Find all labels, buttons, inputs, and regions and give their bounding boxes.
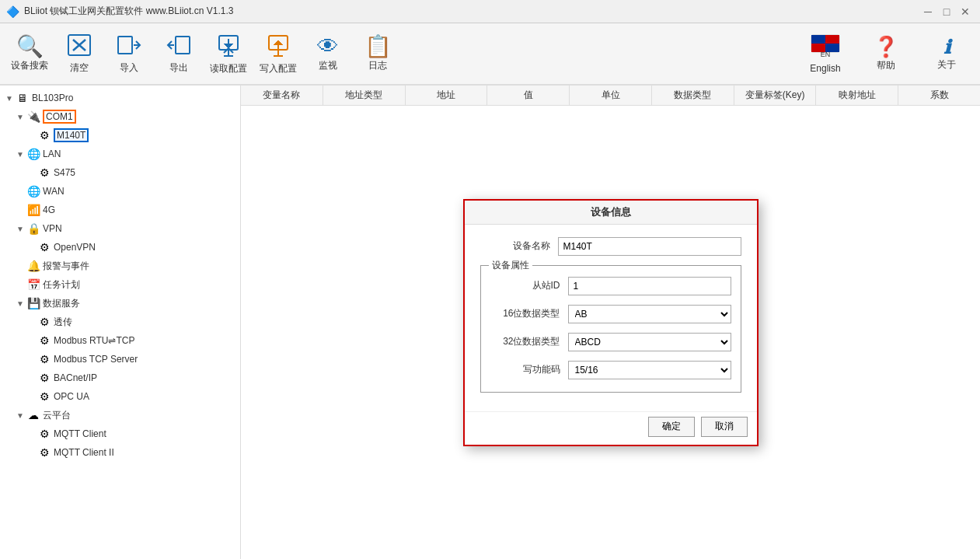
group-label: 设备属性 [489,259,532,272]
toolbar-monitor[interactable]: 👁 监视 [305,27,351,80]
search-icon: 🔍 [16,36,44,58]
sidebar-item-wan[interactable]: 🌐 WAN [3,182,237,201]
clear-icon [67,33,92,60]
sidebar-item-trans[interactable]: ⚙ 透传 [3,313,237,331]
toolbar-log[interactable]: 📋 日志 [354,27,401,80]
device-name-label: 设备名称 [480,239,550,253]
sidebar-item-openvpn[interactable]: ⚙ OpenVPN [3,238,237,257]
data16-select[interactable]: AB BA [568,305,731,323]
toolbar-export[interactable]: 导出 [155,27,202,80]
log-icon: 📋 [364,36,392,58]
data32-select[interactable]: ABCD DCBA BADC CDAB [568,333,731,351]
toolbar-read-config[interactable]: 读取配置 [205,27,252,80]
sidebar-item-vpn[interactable]: ▼ 🔒 VPN [3,219,237,238]
data32-label: 32位数据类型 [490,335,560,348]
icon-mqtt1: ⚙ [37,427,51,441]
sidebar-item-mqtt1[interactable]: ⚙ MQTT Client [3,424,237,443]
import-label: 导入 [120,61,138,75]
cancel-button[interactable]: 取消 [701,417,748,437]
sidebar-item-lan[interactable]: ▼ 🌐 LAN [3,145,237,163]
toggle-mqtt2 [25,449,37,457]
toggle-vpn: ▼ [14,225,26,233]
icon-bacnet: ⚙ [37,371,51,385]
icon-cloud: ☁ [26,408,40,422]
minimize-button[interactable]: ─ [919,3,936,20]
sidebar-item-s475[interactable]: ⚙ S475 [3,163,237,182]
sidebar-item-alarm[interactable]: 🔔 报警与事件 [3,257,237,275]
slave-id-label: 从站ID [490,279,560,292]
help-icon: ❓ [874,35,898,59]
toggle-mqtt1 [25,430,37,438]
clear-label: 清空 [70,61,89,75]
write-func-select[interactable]: 15/16 05/06 [568,361,731,379]
language-button[interactable]: EN English [798,27,853,80]
toolbar-clear[interactable]: 清空 [56,27,103,80]
sidebar-item-cloud[interactable]: ▼ ☁ 云平台 [3,406,237,424]
title-bar-left: 🔷 BLiiot 钡铽工业网关配置软件 www.BLiiot.cn V1.1.3 [6,5,233,18]
app-title: BLiiot 钡铽工业网关配置软件 www.BLiiot.cn V1.1.3 [24,5,233,18]
toggle-m140t [25,131,37,140]
slave-id-input[interactable] [568,277,731,295]
monitor-label: 监视 [319,59,337,72]
slave-id-row: 从站ID [490,277,731,295]
icon-openvpn: ⚙ [37,240,51,254]
device-name-input[interactable] [558,237,741,256]
toolbar-search[interactable]: 🔍 设备搜索 [6,27,53,80]
export-icon [166,33,191,60]
sidebar-item-mqtt2[interactable]: ⚙ MQTT Client II [3,443,237,462]
toggle-cloud: ▼ [14,411,26,420]
sidebar-item-m140t[interactable]: ⚙ M140T [3,126,237,145]
icon-alarm: 🔔 [26,259,40,273]
svg-rect-17 [825,35,839,44]
toolbar-right: EN English ❓ 帮助 ℹ 关于 [798,27,974,80]
help-button[interactable]: ❓ 帮助 [859,27,913,80]
toggle-openvpn [25,243,37,252]
import-icon [117,33,141,60]
sidebar-item-data-service[interactable]: ▼ 💾 数据服务 [3,294,237,313]
icon-opc: ⚙ [37,390,51,404]
sidebar-item-bl103pro[interactable]: ▼ 🖥 BL103Pro [3,89,237,107]
sidebar-item-modbus-rtu[interactable]: ⚙ Modbus RTU⇌TCP [3,331,237,350]
toggle-wan [14,187,26,196]
toolbar-import[interactable]: 导入 [106,27,152,80]
toggle-data: ▼ [14,299,26,308]
toggle-modbus-rtu [25,337,37,345]
sidebar-item-4g[interactable]: 📶 4G [3,201,237,219]
sidebar-item-opc[interactable]: ⚙ OPC UA [3,387,237,406]
tree-view: ▼ 🖥 BL103Pro ▼ 🔌 COM1 ⚙ M140T ▼ 🌐 LAN [0,86,240,465]
dialog-body: 设备名称 设备属性 从站ID 16位数据类型 [465,225,757,411]
write-func-row: 写功能码 15/16 05/06 [490,361,731,379]
confirm-button[interactable]: 确定 [648,417,695,437]
sidebar-item-com1[interactable]: ▼ 🔌 COM1 [3,107,237,126]
icon-vpn: 🔒 [26,222,40,236]
icon-wan: 🌐 [26,184,40,198]
sidebar: ▼ 🖥 BL103Pro ▼ 🔌 COM1 ⚙ M140T ▼ 🌐 LAN [0,86,241,559]
toggle-trans [25,318,37,327]
title-bar-controls: ─ □ ✕ [919,3,974,20]
toggle-s475 [25,169,37,177]
monitor-icon: 👁 [317,36,339,58]
about-button[interactable]: ℹ 关于 [919,27,974,80]
toggle-bl103pro: ▼ [3,94,16,103]
toggle-lan: ▼ [14,150,26,159]
sidebar-item-bacnet[interactable]: ⚙ BACnet/IP [3,369,237,387]
icon-mqtt2: ⚙ [37,445,51,459]
svg-text:EN: EN [821,51,831,58]
sidebar-item-modbus-tcp[interactable]: ⚙ Modbus TCP Server [3,350,237,369]
restore-button[interactable]: □ [938,3,955,20]
icon-com1: 🔌 [26,110,40,124]
write-label: 写入配置 [260,62,297,75]
sidebar-item-task[interactable]: 📅 任务计划 [3,275,237,294]
read-label: 读取配置 [210,62,247,75]
about-label: 关于 [937,58,956,72]
main-area: ▼ 🖥 BL103Pro ▼ 🔌 COM1 ⚙ M140T ▼ 🌐 LAN [0,86,980,559]
content-area: 变量名称 地址类型 地址 值 单位 数据类型 变量标签(Key) 映射地址 系数… [241,86,980,559]
icon-modbus-rtu: ⚙ [37,334,51,348]
icon-lan: 🌐 [26,147,40,161]
close-button[interactable]: ✕ [957,3,974,20]
write-icon [266,33,291,61]
toolbar-write-config[interactable]: 写入配置 [255,27,302,80]
svg-rect-16 [811,35,825,44]
toggle-bacnet [25,374,37,383]
device-info-dialog: 设备信息 设备名称 设备属性 从站ID [463,199,759,446]
